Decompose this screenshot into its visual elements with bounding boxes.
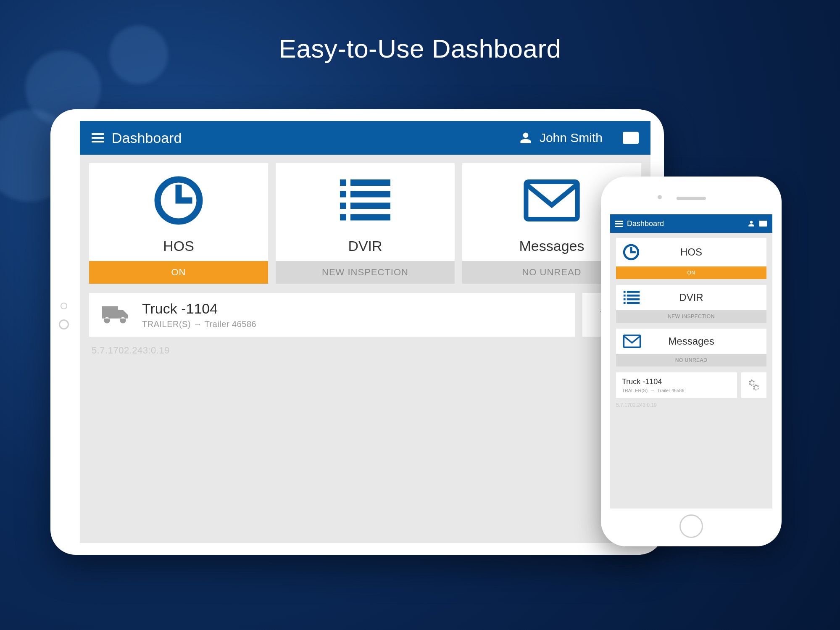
envelope-icon xyxy=(623,335,641,348)
svg-rect-14 xyxy=(627,295,640,297)
tile-messages-status: NO UNREAD xyxy=(616,354,766,366)
svg-rect-13 xyxy=(624,295,626,297)
svg-rect-15 xyxy=(624,298,626,301)
clock-icon xyxy=(623,244,640,261)
tablet-topbar: Dashboard John Smith xyxy=(80,121,650,155)
page-headline: Easy-to-Use Dashboard xyxy=(279,34,561,63)
vehicle-card[interactable]: Truck -1104 TRAILER(S)→Trailer 46586 xyxy=(616,372,737,398)
list-icon xyxy=(623,291,640,304)
version-label: 5.7.1702.243:0.19 xyxy=(616,402,766,408)
tile-messages-label: Messages xyxy=(519,238,585,254)
tile-hos-label: HOS xyxy=(163,238,194,254)
version-label: 5.7.1702.243:0.19 xyxy=(89,345,641,356)
svg-rect-12 xyxy=(627,291,640,293)
menu-icon[interactable] xyxy=(615,221,623,227)
svg-rect-8 xyxy=(350,214,390,221)
svg-rect-5 xyxy=(340,203,346,209)
svg-rect-19 xyxy=(624,335,640,347)
vehicle-name: Truck -1104 xyxy=(142,301,256,317)
settings-button[interactable] xyxy=(741,372,766,398)
svg-rect-16 xyxy=(627,298,640,301)
list-icon xyxy=(338,179,392,221)
menu-icon[interactable] xyxy=(92,133,104,142)
user-block[interactable]: John Smith xyxy=(519,131,639,145)
phone-screen: Dashboard HOS ON DVIR xyxy=(610,214,772,509)
svg-rect-11 xyxy=(624,291,626,293)
svg-rect-6 xyxy=(350,203,390,209)
vehicle-name: Truck -1104 xyxy=(622,377,731,386)
tile-hos[interactable]: HOS ON xyxy=(616,238,766,279)
tile-dvir-label: DVIR xyxy=(640,292,742,303)
truck-icon xyxy=(101,303,130,327)
svg-rect-17 xyxy=(624,302,626,304)
tile-dvir-label: DVIR xyxy=(348,238,382,254)
vehicle-trailer: TRAILER(S)→Trailer 46586 xyxy=(622,388,731,393)
tile-messages-label: Messages xyxy=(641,335,741,347)
svg-rect-18 xyxy=(627,302,640,304)
screen-title: Dashboard xyxy=(627,219,664,228)
tile-hos[interactable]: HOS ON xyxy=(89,163,268,284)
svg-rect-3 xyxy=(340,191,346,198)
mail-icon[interactable] xyxy=(759,221,767,227)
tile-hos-status: ON xyxy=(89,261,268,284)
vehicle-card[interactable]: Truck -1104 TRAILER(S)→Trailer 46586 xyxy=(89,293,575,337)
svg-rect-4 xyxy=(350,191,390,198)
screen-title: Dashboard xyxy=(112,130,182,146)
user-name: John Smith xyxy=(540,131,603,145)
home-button[interactable] xyxy=(679,514,703,538)
svg-rect-7 xyxy=(340,214,346,221)
svg-rect-9 xyxy=(526,182,577,219)
envelope-icon xyxy=(522,179,581,221)
tile-dvir[interactable]: DVIR NEW INSPECTION xyxy=(276,163,455,284)
gears-icon xyxy=(747,378,761,393)
tile-hos-label: HOS xyxy=(640,246,743,258)
svg-rect-1 xyxy=(340,179,346,186)
tile-hos-status: ON xyxy=(616,266,766,279)
tile-dvir-status: NEW INSPECTION xyxy=(616,310,766,323)
tablet-screen: Dashboard John Smith HOS ON xyxy=(80,121,650,543)
clock-icon xyxy=(153,175,204,226)
mail-icon[interactable] xyxy=(623,132,639,144)
vehicle-trailer: TRAILER(S)→Trailer 46586 xyxy=(142,319,256,329)
phone-frame: Dashboard HOS ON DVIR xyxy=(601,177,782,546)
user-icon[interactable] xyxy=(748,220,755,227)
tile-messages[interactable]: Messages NO UNREAD xyxy=(616,329,766,366)
user-icon xyxy=(519,132,532,144)
tile-dvir-status: NEW INSPECTION xyxy=(276,261,455,284)
svg-rect-2 xyxy=(350,179,390,186)
tablet-frame: Dashboard John Smith HOS ON xyxy=(50,109,664,555)
tile-dvir[interactable]: DVIR NEW INSPECTION xyxy=(616,285,766,323)
phone-topbar: Dashboard xyxy=(610,214,772,233)
